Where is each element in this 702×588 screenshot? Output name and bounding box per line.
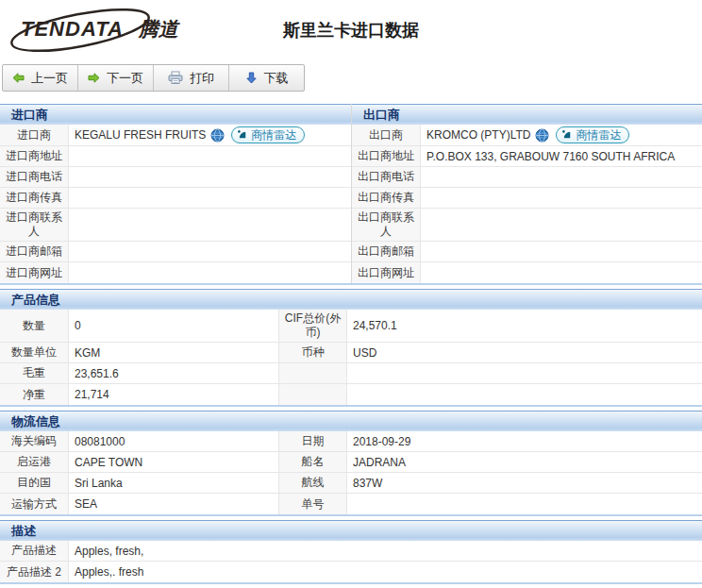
field-label: 单号: [278, 494, 347, 514]
table-row: 出口商地址 P.O.BOX 133, GRABOUW 7160 SOUTH AF…: [352, 146, 702, 167]
field-value: P.O.BOX 133, GRABOUW 7160 SOUTH AFRICA: [421, 146, 702, 166]
field-value: Sri Lanka: [69, 473, 278, 493]
arrow-down-icon: [245, 72, 258, 84]
radar-button-label: 商情雷达: [576, 127, 621, 143]
exporter-section-header: 出口商: [352, 104, 702, 125]
field-value: 23,651.6: [69, 363, 278, 383]
table-row: 出口商 KROMCO (PTY)LTD: [352, 125, 702, 146]
product-section-header: 产品信息: [0, 289, 702, 310]
field-label: 运输方式: [0, 494, 69, 514]
field-label: 出口商邮箱: [352, 242, 421, 261]
field-value: Apples, fresh,: [69, 541, 702, 561]
table-row: 运输方式 SEA 单号: [0, 494, 702, 514]
globe-icon[interactable]: [210, 128, 225, 143]
field-label: [278, 384, 347, 405]
field-label: 出口商地址: [352, 146, 421, 166]
field-value: KGM: [69, 343, 278, 362]
radar-button[interactable]: 商情雷达: [231, 126, 305, 143]
table-row: 数量 0 CIF总价(外币) 24,570.1: [0, 310, 702, 343]
table-row: 进口商 KEGALU FRESH FRUITS: [0, 125, 351, 146]
field-value: [421, 262, 702, 283]
field-value: [69, 167, 351, 187]
field-value: KEGALU FRESH FRUITS: [69, 125, 351, 145]
table-row: 产品描述 Apples, fresh,: [0, 541, 702, 562]
field-value: [347, 363, 702, 383]
arrow-left-icon: [12, 72, 25, 84]
field-label: 净重: [0, 384, 69, 405]
field-value: CAPE TOWN: [69, 452, 278, 472]
field-value: [347, 494, 702, 514]
next-page-label: 下一页: [107, 70, 143, 87]
prev-page-button[interactable]: 上一页: [3, 65, 78, 91]
field-value: KROMCO (PTY)LTD: [421, 125, 702, 145]
field-label: 数量单位: [0, 343, 69, 362]
pager-toolbar: 上一页 下一页 打印 下载: [2, 64, 305, 92]
field-value: [69, 262, 351, 283]
field-label: [278, 363, 347, 383]
table-row: 出口商邮箱: [352, 242, 702, 262]
exporter-name: KROMCO (PTY)LTD: [426, 128, 530, 142]
table-row: 出口商电话: [352, 167, 702, 188]
field-label: 进口商传真: [0, 188, 69, 208]
field-value: [69, 188, 351, 208]
table-row: 出口商网址: [352, 262, 702, 283]
next-page-button[interactable]: 下一页: [78, 65, 154, 91]
exporter-panel: 出口商 出口商 KROMCO (PTY)LTD: [351, 104, 702, 283]
field-label: 产品描述 2: [0, 562, 69, 582]
table-row: 产品描述 2 Apples,. fresh: [0, 562, 702, 582]
field-label: 进口商邮箱: [0, 242, 69, 261]
globe-icon[interactable]: [535, 128, 549, 143]
importer-section-header: 进口商: [0, 104, 351, 125]
field-label: 进口商网址: [0, 262, 69, 283]
description-section: 描述 产品描述 Apples, fresh, 产品描述 2 Apples,. f…: [0, 520, 702, 584]
prev-page-label: 上一页: [31, 70, 68, 87]
radar-icon: [237, 129, 248, 141]
field-label: 进口商地址: [0, 146, 69, 166]
detail-content: 进口商 进口商 KEGALU FRESH FRUITS: [0, 104, 702, 584]
field-value: [421, 242, 702, 261]
field-label: 进口商电话: [0, 167, 69, 187]
page-title: 斯里兰卡进口数据: [0, 19, 702, 42]
field-label: 出口商电话: [352, 167, 421, 187]
logistics-section-header: 物流信息: [0, 411, 702, 431]
importer-name: KEGALU FRESH FRUITS: [75, 128, 206, 142]
field-value: [69, 209, 351, 241]
field-value: 21,714: [69, 384, 278, 405]
table-row: 毛重 23,651.6: [0, 363, 702, 384]
table-row: 海关编码 08081000 日期 2018-09-29: [0, 431, 702, 452]
logistics-section: 物流信息 海关编码 08081000 日期 2018-09-29 启运港 CAP…: [0, 411, 702, 516]
field-label: 出口商: [352, 125, 421, 145]
table-row: 进口商网址: [0, 262, 351, 283]
field-label: 出口商网址: [352, 262, 421, 283]
field-value: [69, 146, 351, 166]
radar-icon: [561, 129, 573, 141]
field-label: 进口商联系人: [0, 209, 69, 241]
table-row: 进口商电话: [0, 167, 351, 188]
field-label: 出口商传真: [352, 188, 421, 208]
table-row: 目的国 Sri Lanka 航线 837W: [0, 473, 702, 494]
field-value: [69, 242, 351, 261]
field-value: [421, 188, 702, 208]
field-value: USD: [347, 343, 702, 362]
field-value: 2018-09-29: [347, 431, 702, 451]
print-button[interactable]: 打印: [154, 65, 229, 91]
field-value: 837W: [347, 473, 702, 493]
table-row: 出口商传真: [352, 188, 702, 209]
arrow-right-icon: [88, 72, 100, 84]
field-label: 海关编码: [0, 431, 69, 451]
field-value: [421, 209, 702, 241]
radar-button-label: 商情雷达: [251, 127, 296, 143]
description-section-header: 描述: [0, 520, 702, 541]
field-label: 毛重: [0, 363, 69, 383]
download-button[interactable]: 下载: [229, 65, 304, 91]
table-row: 净重 21,714: [0, 384, 702, 405]
field-value: [421, 167, 702, 187]
download-label: 下载: [264, 70, 289, 87]
importer-panel: 进口商 进口商 KEGALU FRESH FRUITS: [0, 104, 351, 283]
field-label: 启运港: [0, 452, 69, 472]
printer-icon: [168, 71, 183, 85]
radar-button[interactable]: 商情雷达: [556, 126, 629, 143]
field-label: 币种: [278, 343, 347, 362]
table-row: 启运港 CAPE TOWN 船名 JADRANA: [0, 452, 702, 473]
field-label: 进口商: [0, 125, 69, 145]
